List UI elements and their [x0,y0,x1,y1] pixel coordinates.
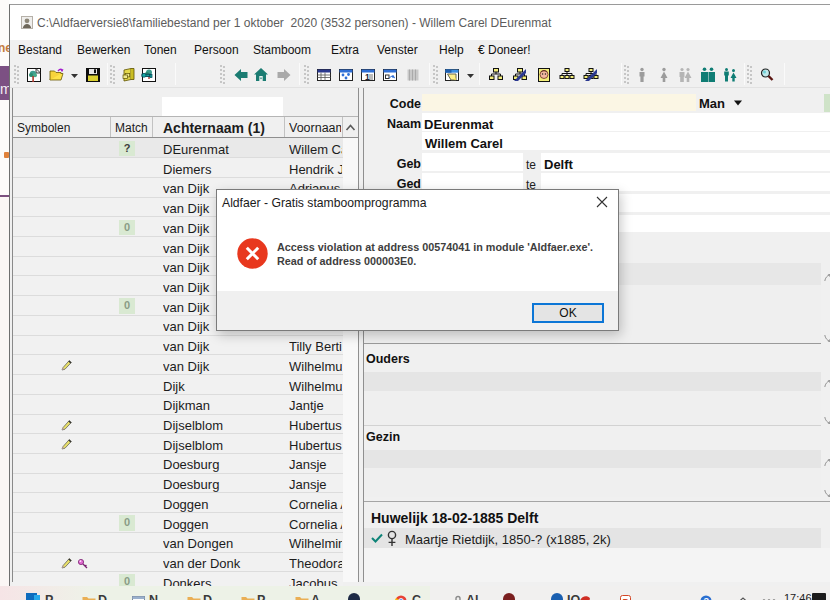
svg-text:?: ? [703,596,709,600]
svg-text:1: 1 [365,72,370,82]
svg-text:P: P [623,597,629,600]
